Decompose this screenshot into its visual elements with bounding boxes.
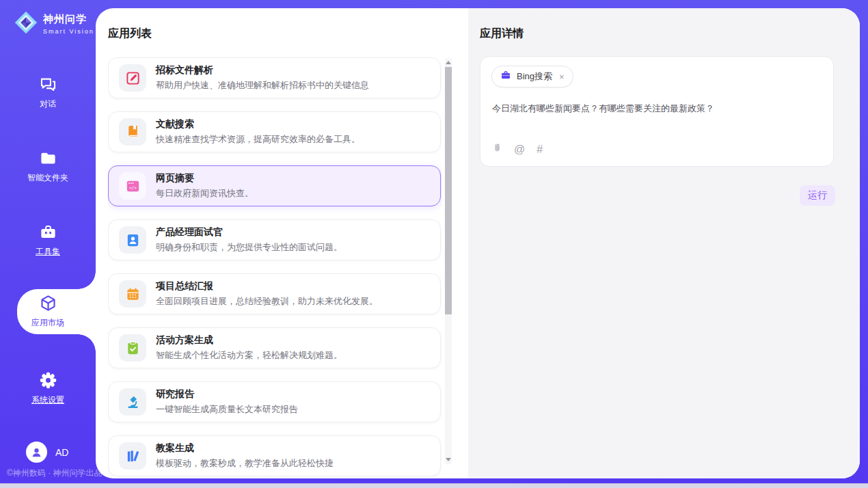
app-description: 模板驱动，教案秒成，教学准备从此轻松快捷	[156, 457, 334, 470]
briefcase-icon	[500, 70, 511, 83]
bubble-curve-bottom	[78, 334, 96, 352]
app-list-scrollbar	[445, 58, 452, 464]
app-description: 帮助用户快速、准确地理解和解析招标书中的关键信息	[156, 79, 369, 92]
folder-icon	[39, 149, 57, 167]
app-description: 一键智能生成高质量长文本研究报告	[156, 403, 298, 416]
app-list: 招标文件解析 帮助用户快速、准确地理解和解析招标书中的关键信息 文献搜索 快速精…	[108, 57, 442, 478]
app-detail-title: 应用详情	[480, 27, 524, 41]
tool-chip-bing-search[interactable]: Bing搜索 ×	[491, 66, 573, 87]
user-name: AD	[55, 447, 68, 458]
app-card-lesson-plan[interactable]: 教案生成 模板驱动，教案秒成，教学准备从此轻松快捷	[108, 435, 441, 476]
app-name: 项目总结汇报	[156, 280, 378, 293]
topic-icon[interactable]: #	[537, 144, 543, 156]
books-icon	[119, 442, 146, 470]
app-name: 文献搜索	[156, 118, 360, 131]
app-description: 智能生成个性化活动方案，轻松解决规划难题。	[156, 349, 342, 362]
clipboard-check-icon	[119, 334, 146, 362]
svg-text:</>: </>	[128, 185, 136, 190]
app-name: 产品经理面试官	[156, 226, 342, 239]
avatar	[26, 442, 47, 463]
app-description: 全面回顾项目进展，总结经验教训，助力未来优化发展。	[156, 295, 378, 308]
sidebar-item-label: 系统设置	[31, 394, 64, 406]
mention-icon[interactable]: @	[514, 144, 525, 156]
brand-subtitle: Smart Vision	[43, 28, 94, 35]
brand: 神州问学 Smart Vision	[14, 10, 94, 38]
app-description: 明确身份和职责，为您提供专业性的面试问题。	[156, 241, 342, 254]
sidebar-item-settings[interactable]: 系统设置	[0, 371, 96, 406]
app-card-research-report[interactable]: 研究报告 一键智能生成高质量长文本研究报告	[108, 381, 441, 422]
app-card-bid-analysis[interactable]: 招标文件解析 帮助用户快速、准确地理解和解析招标书中的关键信息	[108, 57, 441, 98]
app-card-pm-interviewer[interactable]: 产品经理面试官 明确身份和职责，为您提供专业性的面试问题。	[108, 219, 441, 260]
composer-toolbar: @ #	[492, 142, 543, 157]
app-name: 研究报告	[156, 388, 298, 401]
sidebar-item-smart-folder[interactable]: 智能文件夹	[0, 149, 96, 184]
app-list-title: 应用列表	[108, 27, 152, 41]
chat-icon	[39, 75, 57, 94]
scrollbar-thumb[interactable]	[445, 67, 452, 314]
edit-document-icon	[119, 64, 146, 92]
app-card-project-summary[interactable]: 项目总结汇报 全面回顾项目进展，总结经验教训，助力未来优化发展。	[108, 273, 441, 314]
app-description: 快速精准查找学术资源，提高研究效率的必备工具。	[156, 133, 360, 146]
sidebar-item-app-market[interactable]: 应用市场	[0, 294, 96, 329]
paperclip-icon[interactable]	[492, 142, 502, 157]
interviewer-icon	[119, 226, 146, 254]
diamond-logo-icon	[14, 10, 38, 38]
sidebar-footer-text: ©神州数码 · 神州问学出品	[7, 467, 103, 479]
app-card-activity-plan[interactable]: 活动方案生成 智能生成个性化活动方案，轻松解决规划难题。	[108, 327, 441, 368]
cube-icon	[39, 294, 57, 312]
tool-chip-label: Bing搜索	[517, 70, 552, 83]
sidebar-item-label: 智能文件夹	[27, 172, 68, 184]
bottom-strip	[0, 483, 868, 488]
bubble-curve-top	[78, 271, 96, 289]
app-name: 招标文件解析	[156, 64, 369, 77]
scrollbar-down-arrow[interactable]	[446, 458, 451, 461]
app-description: 每日政府新闻资讯快查。	[156, 187, 254, 200]
brand-name: 神州问学	[43, 13, 94, 26]
book-icon	[119, 118, 146, 146]
run-button[interactable]: 运行	[800, 185, 835, 206]
app-name: 教案生成	[156, 442, 334, 455]
sidebar-item-chat[interactable]: 对话	[0, 75, 96, 110]
sidebar-item-label: 工具集	[36, 246, 60, 258]
main-panel: 应用列表 招标文件解析 帮助用户快速、准确地理解和解析招标书中的关键信息	[96, 8, 860, 478]
toolbox-icon	[39, 223, 57, 241]
browser-code-icon: </>	[119, 172, 146, 200]
sidebar: 神州问学 Smart Vision 对话 智能文件夹	[0, 0, 96, 488]
calendar-icon	[119, 280, 146, 308]
sidebar-item-toolset[interactable]: 工具集	[0, 223, 96, 258]
sidebar-item-label: 对话	[40, 98, 56, 110]
prompt-query-text[interactable]: 今日湖北有哪些新闻要点？有哪些需要关注的最新政策？	[492, 102, 813, 116]
app-card-literature-search[interactable]: 文献搜索 快速精准查找学术资源，提高研究效率的必备工具。	[108, 111, 441, 152]
app-card-web-summary[interactable]: </> 网页摘要 每日政府新闻资讯快查。	[108, 165, 441, 206]
gear-icon	[39, 371, 57, 390]
app-name: 网页摘要	[156, 172, 254, 185]
sidebar-item-label: 应用市场	[31, 317, 64, 329]
scrollbar-up-arrow[interactable]	[446, 61, 451, 64]
prompt-input-card[interactable]: Bing搜索 × 今日湖北有哪些新闻要点？有哪些需要关注的最新政策？ @ #	[480, 56, 834, 167]
chip-close-icon[interactable]: ×	[559, 72, 565, 81]
user-account[interactable]: AD	[26, 442, 68, 463]
app-name: 活动方案生成	[156, 334, 342, 347]
microscope-icon	[119, 388, 146, 416]
